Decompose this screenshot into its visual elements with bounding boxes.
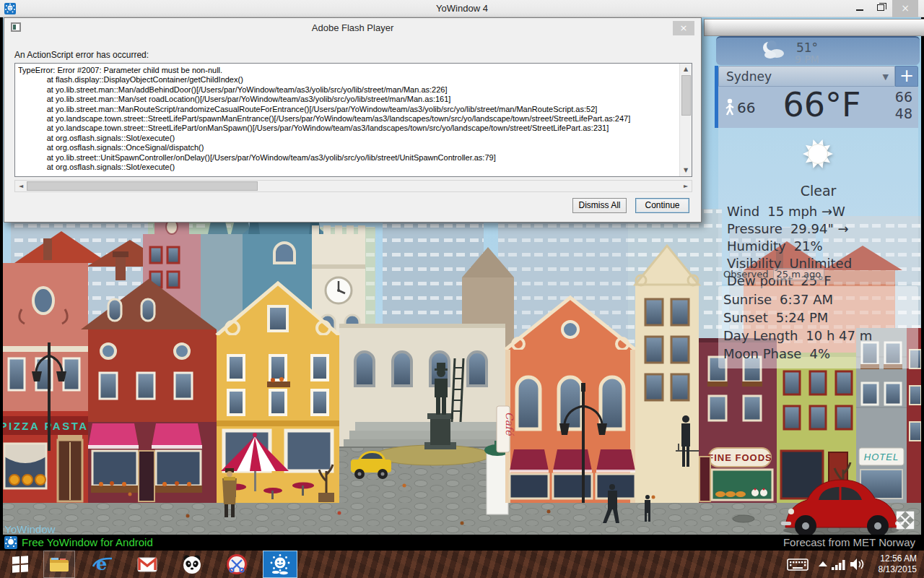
astronomy-panel: Sunrise6:37 AM Sunset5:24 PM Day Length1… (718, 286, 918, 368)
horizontal-scroll-thumb[interactable] (27, 181, 258, 191)
hidden-icons-chevron[interactable] (819, 551, 827, 578)
volume-icon[interactable] (850, 551, 865, 578)
forecast-attribution: Forecast from MET Norway (783, 536, 915, 548)
astro-row: Day Length10 h 47 m (723, 327, 918, 345)
feels-like-value: 66 (737, 99, 755, 116)
observed-value: 25 m ago (773, 268, 825, 280)
scene-left-border (0, 17, 3, 535)
taskbar-scissors-app[interactable] (221, 551, 253, 578)
android-promo-link[interactable]: Free YoWindow for Android (22, 536, 153, 548)
detail-row: Humidity21% (727, 238, 852, 255)
scissors-icon (226, 553, 248, 575)
add-location-button[interactable]: + (895, 66, 918, 87)
chevron-down-icon[interactable]: ▼ (883, 72, 889, 82)
taskbar-panda-app[interactable] (176, 551, 208, 578)
scroll-down-arrow[interactable]: ▼ (680, 165, 692, 176)
detail-row: Wind15 mph →W (727, 203, 852, 220)
scroll-up-arrow[interactable]: ▲ (680, 64, 692, 75)
astro-row: Sunrise6:37 AM (723, 290, 918, 309)
taskbar-internet-explorer[interactable]: e (87, 551, 118, 578)
person-icon (724, 98, 736, 117)
continue-button[interactable]: Continue (635, 198, 689, 213)
scene-right-border (921, 17, 924, 535)
weather-sidebar: 51° 9 PM Sydney ▼ + 66 66°F (715, 17, 921, 535)
city-hall (339, 324, 517, 451)
window-titlebar[interactable]: YoWindow 4 × (0, 0, 924, 17)
bottom-banner: Free YoWindow for Android Forecast from … (0, 535, 924, 551)
taskbar-yowindow-active[interactable] (263, 551, 297, 578)
restore-button[interactable] (871, 0, 892, 17)
panda-icon (181, 554, 203, 574)
forecast-temp: 51° (716, 40, 898, 55)
yowindow-banner-icon (4, 536, 17, 549)
svg-text:e: e (96, 553, 107, 574)
low-temp: 48 (895, 105, 912, 122)
windows-logo-icon (12, 556, 28, 573)
window-title: YoWindow 4 (0, 3, 924, 14)
clock[interactable]: 12:56 AM 8/13/2015 (879, 553, 917, 575)
sun-icon (795, 131, 841, 177)
dialog-close-button[interactable]: × (673, 21, 694, 35)
astro-row: Sunset5:24 PM (723, 309, 918, 327)
astro-row: Moon Phase4% (723, 345, 918, 363)
internet-explorer-icon: e (92, 553, 113, 575)
taskbar: e (0, 551, 924, 578)
vertical-scroll-thumb[interactable] (681, 75, 691, 116)
scroll-right-arrow[interactable]: ► (680, 181, 692, 191)
planter (318, 493, 334, 502)
condition-panel: Clear Wind15 mph →W Pressure29.94" → Hum… (718, 128, 918, 284)
tray-time: 12:56 AM (879, 553, 917, 564)
dialog-title: Adobe Flash Player (4, 22, 701, 33)
minimize-button[interactable] (849, 0, 871, 17)
pizza-sign: PIZZA PASTA (0, 420, 89, 432)
condition-text: Clear (718, 183, 918, 199)
screen: PIZZA PASTA (0, 0, 924, 578)
scroll-left-arrow[interactable]: ◄ (15, 181, 27, 191)
error-text-area[interactable]: TypeError: Error #2007: Parameter child … (14, 63, 692, 177)
dialog-message: An ActionScript error has occurred: (14, 50, 149, 60)
dismiss-all-button[interactable]: Dismiss All (572, 198, 627, 213)
location-name: Sydney (726, 69, 772, 84)
vertical-scrollbar[interactable]: ▲ ▼ (679, 64, 692, 176)
current-temp: 66°F (760, 85, 884, 124)
taskbar-file-explorer[interactable] (43, 551, 75, 578)
start-button[interactable] (6, 551, 35, 578)
cream-building (635, 246, 699, 503)
touch-keyboard-icon[interactable] (787, 551, 808, 578)
time-panel: 51° 9 PM (716, 36, 920, 65)
network-signal-icon[interactable] (832, 551, 846, 578)
detail-row: Pressure29.94" → (727, 220, 852, 238)
feels-like: 66 (724, 98, 755, 117)
forecast-time: 9 PM (716, 53, 898, 65)
location-selector[interactable]: Sydney ▼ (718, 66, 895, 87)
gmail-icon (137, 557, 157, 572)
horizontal-scrollbar[interactable]: ◄ ► (14, 180, 692, 192)
high-temp: 66 (895, 89, 912, 105)
observed-row: Observed 25 m ago (723, 268, 824, 280)
cafe-sign: Café (504, 412, 515, 436)
tray-date: 8/13/2015 (879, 564, 917, 575)
current-conditions: 66 66°F 66 48 (718, 87, 918, 128)
yowindow-sun-icon (269, 553, 292, 575)
taskbar-gmail[interactable] (131, 551, 163, 578)
yowindow-watermark: YoWindow (4, 523, 55, 535)
dialog-titlebar[interactable]: Adobe Flash Player × (4, 18, 701, 37)
flash-error-dialog: Adobe Flash Player × An ActionScript err… (4, 17, 702, 223)
observed-label: Observed (723, 269, 769, 280)
pizza-building: PIZZA PASTA (0, 263, 89, 503)
close-button[interactable]: × (892, 0, 918, 17)
folder-icon (49, 556, 69, 572)
high-low: 66 48 (895, 89, 912, 122)
error-stack-trace: TypeError: Error #2007: Parameter child … (18, 66, 677, 175)
fullscreen-icon[interactable] (895, 510, 915, 530)
